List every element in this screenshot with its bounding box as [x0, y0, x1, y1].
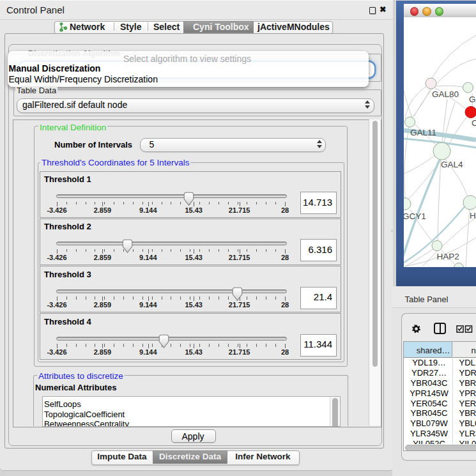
svg-text:H: H	[470, 211, 476, 220]
svg-text:GCY1: GCY1	[404, 211, 426, 221]
svg-text:GAL11: GAL11	[410, 128, 436, 137]
svg-text:HAP2: HAP2	[437, 252, 459, 261]
svg-text:GAL80: GAL80	[432, 89, 459, 99]
svg-text:GA: GA	[469, 95, 476, 104]
svg-text:GAL4: GAL4	[441, 160, 463, 169]
svg-text:C: C	[472, 118, 476, 128]
